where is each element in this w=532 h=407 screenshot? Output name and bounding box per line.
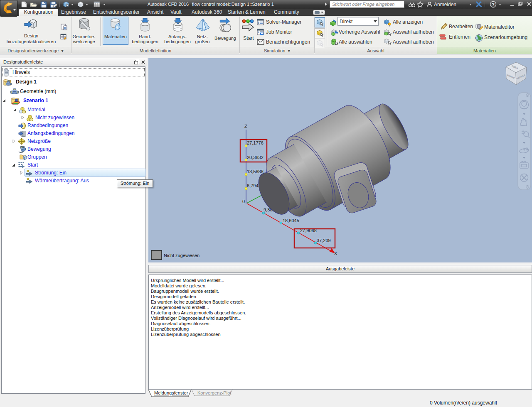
svg-text:13,5888: 13,5888 (247, 169, 264, 174)
svg-text:Nicht zugewiesen: Nicht zugewiesen (164, 253, 200, 258)
svg-text:18,6045: 18,6045 (283, 218, 299, 223)
svg-text:X: X (334, 251, 337, 256)
svg-text:20,3832: 20,3832 (247, 155, 264, 160)
svg-text:?: ? (492, 2, 495, 7)
svg-text:27,1776: 27,1776 (247, 140, 264, 145)
svg-text:Meldungsfenster: Meldungsfenster (154, 390, 188, 395)
svg-text:Konvergenz-Plot: Konvergenz-Plot (197, 390, 231, 395)
svg-text:Z: Z (244, 124, 247, 129)
svg-text:37,209: 37,209 (317, 238, 331, 243)
svg-text:0: 0 (242, 199, 245, 204)
